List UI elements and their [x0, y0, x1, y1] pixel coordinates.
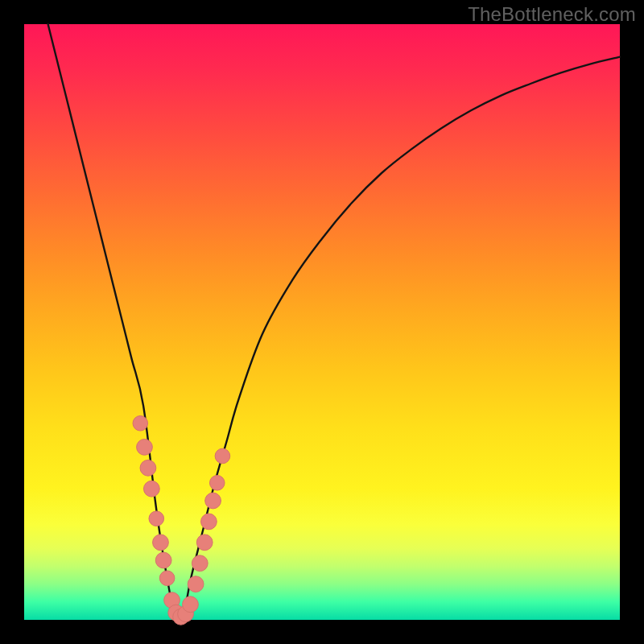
chart-svg	[24, 24, 620, 620]
chart-marker	[196, 535, 213, 551]
watermark-text: TheBottleneck.com	[468, 3, 636, 26]
chart-marker	[137, 440, 153, 456]
chart-markers	[133, 416, 230, 625]
chart-marker	[140, 460, 156, 476]
chart-marker	[205, 493, 221, 509]
chart-marker	[143, 481, 159, 497]
chart-marker	[149, 511, 164, 526]
chart-marker	[188, 576, 204, 592]
chart-marker	[215, 448, 230, 464]
bottleneck-curve	[48, 24, 620, 620]
chart-marker	[201, 514, 217, 530]
chart-marker	[183, 597, 199, 613]
chart-marker	[153, 535, 169, 551]
chart-frame: TheBottleneck.com	[0, 0, 644, 644]
chart-marker	[159, 571, 175, 586]
chart-plot-area	[24, 24, 620, 620]
chart-marker	[209, 476, 225, 491]
chart-marker	[133, 416, 148, 431]
chart-marker	[192, 555, 208, 572]
chart-marker	[155, 552, 171, 568]
